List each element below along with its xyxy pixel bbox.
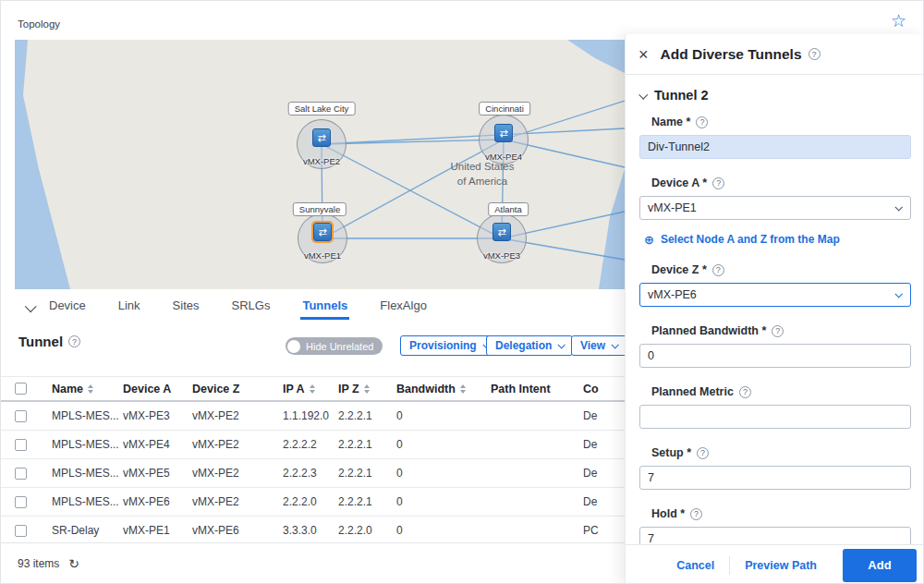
planned-metric-field[interactable]: [639, 405, 911, 429]
cell-bandwidth: 0: [396, 524, 491, 537]
provisioning-button[interactable]: Provisioning: [400, 335, 498, 356]
column-header-device-a[interactable]: Device A: [123, 383, 171, 395]
tunnel-section-title: Tunnel ?: [18, 334, 80, 349]
planned-metric-field-label: Planned Metric ?: [651, 385, 911, 398]
city-label: Salt Lake City: [288, 102, 356, 116]
hold-field[interactable]: [639, 527, 911, 544]
column-header-ip-a[interactable]: IP A: [283, 383, 305, 395]
hide-unrelated-toggle[interactable]: Hide Unrelated: [286, 337, 383, 355]
node-label: vMX-PE2: [290, 156, 353, 166]
map-node-vmx-pe2[interactable]: ⇄ vMX-PE2: [297, 119, 346, 169]
cell-name: MPLS-MES...: [52, 495, 123, 508]
select-from-map-link[interactable]: ⊕ Select Node A and Z from the Map: [644, 233, 911, 246]
setup-field[interactable]: [639, 466, 911, 490]
top-bar: Topology ☆: [1, 1, 923, 36]
cell-ip-a: 2.2.2.3: [283, 467, 338, 480]
tab-device[interactable]: Device: [47, 293, 88, 320]
collapse-table-chevron-icon[interactable]: [26, 298, 34, 315]
chevron-down-icon: [638, 90, 648, 99]
sort-icon[interactable]: [310, 384, 315, 394]
toggle-label: Hide Unrelated: [306, 341, 373, 352]
tunnel-2-section-label: Tunnel 2: [654, 88, 709, 103]
refresh-icon[interactable]: ↻: [68, 557, 79, 570]
bottom-tabs: Device Link Sites SRLGs Tunnels FlexAlgo: [15, 292, 625, 321]
cell-device-a: vMX-PE3: [123, 409, 192, 422]
city-label: Atlanta: [488, 202, 529, 216]
planned-metric-label-text: Planned Metric: [651, 385, 734, 398]
add-button[interactable]: Add: [843, 549, 917, 582]
panel-title-text: Add Diverse Tunnels: [661, 46, 802, 63]
toggle-knob: [287, 340, 300, 353]
device-a-value: vMX-PE1: [648, 201, 697, 214]
view-label: View: [580, 339, 605, 352]
cell-ip-a: 2.2.2.0: [283, 495, 338, 508]
help-icon: ?: [772, 325, 784, 337]
row-checkbox[interactable]: [15, 410, 27, 422]
help-icon: ?: [697, 447, 709, 459]
tunnel-title-text: Tunnel: [18, 334, 63, 349]
column-header-device-z[interactable]: Device Z: [192, 383, 239, 395]
cell-ip-z: 2.2.2.1: [338, 495, 396, 508]
map-node-vmx-pe4[interactable]: ⇄ vMX-PE4: [479, 115, 529, 164]
help-icon: ?: [808, 48, 821, 60]
cell-bandwidth: 0: [396, 495, 491, 508]
favorite-star-icon[interactable]: ☆: [891, 12, 906, 30]
sort-icon[interactable]: [88, 384, 93, 394]
help-icon: ?: [712, 264, 724, 276]
tab-tunnels[interactable]: Tunnels: [300, 293, 349, 320]
device-a-field-label: Device A * ?: [651, 176, 911, 189]
sort-icon[interactable]: [460, 384, 466, 394]
row-checkbox[interactable]: [15, 525, 27, 537]
row-checkbox[interactable]: [15, 468, 27, 480]
row-checkbox[interactable]: [15, 496, 27, 508]
column-header-path-intent[interactable]: Path Intent: [491, 383, 551, 395]
tab-flexalgo[interactable]: FlexAlgo: [378, 293, 429, 320]
router-icon: ⇄: [313, 223, 332, 241]
tab-link[interactable]: Link: [116, 293, 142, 320]
router-icon: ⇄: [312, 128, 331, 147]
tunnel-2-section-toggle[interactable]: Tunnel 2: [639, 88, 911, 103]
globe-icon: ⊕: [644, 234, 654, 246]
planned-bandwidth-label-text: Planned Bandwidth *: [651, 324, 766, 337]
delegation-button[interactable]: Delegation: [486, 335, 573, 356]
hold-label-text: Hold *: [651, 507, 685, 520]
node-label: vMX-PE1: [291, 250, 354, 261]
column-header-bandwidth[interactable]: Bandwidth: [396, 383, 456, 395]
page-title: Topology: [18, 18, 60, 30]
column-header-name[interactable]: Name: [52, 383, 83, 395]
help-icon: ?: [696, 116, 708, 128]
cancel-button[interactable]: Cancel: [662, 559, 729, 572]
topology-map[interactable]: United States of America Salt Lake City …: [15, 40, 625, 289]
close-icon[interactable]: ×: [638, 46, 649, 63]
cell-ip-a: 2.2.2.2: [283, 438, 338, 451]
device-z-value: vMX-PE6: [648, 288, 697, 301]
help-icon: ?: [68, 335, 80, 347]
planned-bandwidth-field[interactable]: [639, 344, 911, 368]
name-label-text: Name *: [651, 116, 690, 128]
preview-path-button[interactable]: Preview Path: [730, 559, 832, 572]
tab-sites[interactable]: Sites: [171, 293, 201, 320]
cell-ip-z: 2.2.2.1: [338, 467, 396, 480]
row-checkbox[interactable]: [15, 439, 27, 451]
router-icon: ⇄: [494, 124, 513, 142]
setup-label-text: Setup *: [651, 446, 691, 459]
planned-bandwidth-field-label: Planned Bandwidth * ?: [651, 324, 911, 337]
column-header-ip-z[interactable]: IP Z: [338, 383, 359, 395]
map-node-vmx-pe3[interactable]: ⇄ vMX-PE3: [477, 213, 527, 263]
sort-icon[interactable]: [364, 384, 370, 394]
device-z-select[interactable]: vMX-PE6: [639, 283, 911, 307]
device-a-select[interactable]: vMX-PE1: [639, 196, 911, 220]
name-field[interactable]: [639, 135, 911, 159]
cell-device-z: vMX-PE2: [192, 495, 283, 508]
name-field-label: Name * ?: [651, 116, 911, 128]
cell-device-a: vMX-PE4: [123, 438, 192, 451]
cell-device-a: vMX-PE1: [123, 524, 192, 537]
column-header-control[interactable]: Co: [583, 383, 599, 395]
select-all-checkbox[interactable]: [15, 383, 27, 395]
panel-body: Tunnel 2 Name * ? Device A * ? vMX-PE1 ⊕…: [626, 75, 924, 544]
node-label: vMX-PE3: [470, 250, 533, 261]
cell-bandwidth: 0: [396, 438, 491, 451]
tab-srlgs[interactable]: SRLGs: [230, 293, 273, 320]
map-node-vmx-pe1[interactable]: ⇄ vMX-PE1: [298, 213, 347, 263]
cell-device-a: vMX-PE5: [123, 467, 192, 480]
